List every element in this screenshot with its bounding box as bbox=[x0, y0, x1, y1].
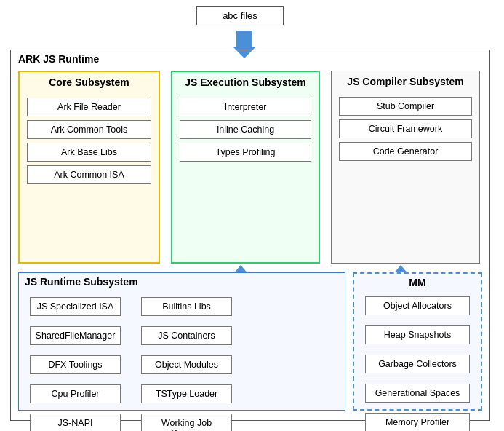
main-box-title: ARK JS Runtime bbox=[18, 53, 99, 65]
exec-subsystem-box: JS Execution Subsystem Interpreter Inlin… bbox=[171, 71, 320, 264]
compiler-subsystem-box: JS Compiler Subsystem Stub Compiler Circ… bbox=[331, 71, 480, 264]
core-item-0: Ark File Reader bbox=[27, 98, 151, 116]
compiler-item-1: Circuit Framework bbox=[339, 119, 472, 138]
runtime-col2-item-1: JS Containers bbox=[141, 326, 232, 345]
mm-item-2: Garbage Collectors bbox=[365, 355, 470, 373]
runtime-subsystem-box: JS Runtime Subsystem JS Specialized ISA … bbox=[18, 272, 345, 411]
compiler-subsystem-title: JS Compiler Subsystem bbox=[332, 71, 479, 93]
page: abc files ARK JS Runtime Core Subsystem … bbox=[0, 0, 504, 431]
runtime-col1-item-4: JS-NAPI bbox=[30, 414, 121, 431]
exec-subsystem-title: JS Execution Subsystem bbox=[172, 72, 319, 94]
mm-item-4: Memory Profiler bbox=[365, 413, 470, 431]
exec-item-1: Inline Caching bbox=[180, 120, 311, 139]
mm-col: Object Allocators Heap Snapshots Garbage… bbox=[354, 293, 481, 431]
mm-item-0: Object Allocators bbox=[365, 296, 470, 315]
runtime-col-1: JS Specialized ISA SharedFileManager DFX… bbox=[23, 293, 128, 431]
mm-box: MM Object Allocators Heap Snapshots Garb… bbox=[353, 272, 482, 411]
mm-item-1: Heap Snapshots bbox=[365, 325, 470, 344]
mm-item-3: Generational Spaces bbox=[365, 384, 470, 403]
core-item-3: Ark Common ISA bbox=[27, 165, 151, 184]
core-item-2: Ark Base Libs bbox=[27, 143, 151, 162]
runtime-col-2: Builtins Libs JS Containers Object Modul… bbox=[134, 293, 239, 431]
runtime-subsystem-title: JS Runtime Subsystem bbox=[19, 273, 345, 292]
runtime-col2-item-3: TSType Loader bbox=[141, 384, 232, 403]
abc-files-label: abc files bbox=[223, 10, 257, 21]
runtime-col2-item-2: Object Modules bbox=[141, 355, 232, 374]
compiler-item-0: Stub Compiler bbox=[339, 97, 472, 116]
core-subsystem-box: Core Subsystem Ark File Reader Ark Commo… bbox=[18, 71, 160, 264]
core-item-1: Ark Common Tools bbox=[27, 120, 151, 139]
core-subsystem-title: Core Subsystem bbox=[20, 72, 159, 94]
runtime-col1-item-1: SharedFileManager bbox=[30, 326, 121, 345]
main-box: ARK JS Runtime Core Subsystem Ark File R… bbox=[10, 50, 490, 421]
mm-title: MM bbox=[354, 274, 481, 293]
compiler-item-2: Code Generator bbox=[339, 142, 472, 161]
runtime-col2-item-0: Builtins Libs bbox=[141, 297, 232, 316]
exec-item-2: Types Profiling bbox=[180, 143, 311, 162]
runtime-col1-item-0: JS Specialized ISA bbox=[30, 297, 121, 316]
arrow-shaft bbox=[236, 31, 252, 47]
runtime-col1-item-2: DFX Toolings bbox=[30, 355, 121, 374]
runtime-col2-item-4: Working Job Queues bbox=[141, 414, 232, 431]
runtime-col1-item-3: Cpu Profiler bbox=[30, 384, 121, 403]
abc-files-box: abc files bbox=[196, 6, 284, 25]
exec-item-0: Interpreter bbox=[180, 98, 311, 116]
